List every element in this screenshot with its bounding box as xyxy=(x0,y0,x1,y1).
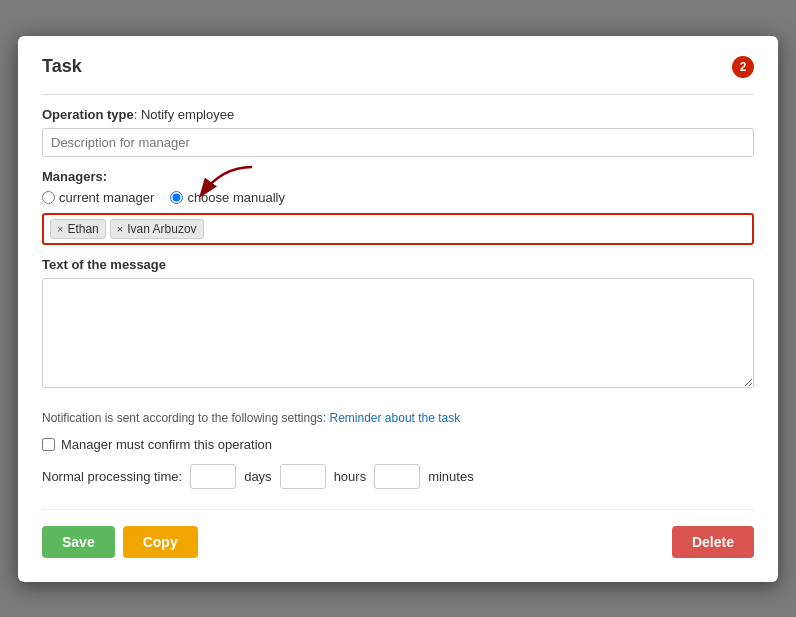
tag-ivan: × Ivan Arbuzov xyxy=(110,219,204,239)
footer-left: Save Copy xyxy=(42,526,198,558)
arrow-annotation xyxy=(182,162,262,205)
confirm-checkbox-row: Manager must confirm this operation xyxy=(42,437,754,452)
managers-radio-group: current manager choose manually xyxy=(42,190,754,205)
processing-row: Normal processing time: days hours minut… xyxy=(42,464,754,489)
tag-ethan-label: Ethan xyxy=(67,222,98,236)
notification-link[interactable]: Reminder about the task xyxy=(330,411,461,425)
confirm-checkbox[interactable] xyxy=(42,438,55,451)
managers-tag-input[interactable]: × Ethan × Ivan Arbuzov xyxy=(42,213,754,245)
message-section: Text of the message xyxy=(42,257,754,399)
operation-type-colon: : xyxy=(134,107,141,122)
current-manager-label: current manager xyxy=(59,190,154,205)
notification-text: Notification is sent according to the fo… xyxy=(42,411,326,425)
notification-row: Notification is sent according to the fo… xyxy=(42,411,754,425)
operation-type-value: Notify employee xyxy=(141,107,234,122)
save-button[interactable]: Save xyxy=(42,526,115,558)
header-divider xyxy=(42,94,754,95)
current-manager-radio[interactable] xyxy=(42,191,55,204)
minutes-label: minutes xyxy=(428,469,474,484)
current-manager-option: current manager xyxy=(42,190,154,205)
processing-label: Normal processing time: xyxy=(42,469,182,484)
notification-badge: 2 xyxy=(732,56,754,78)
tag-ethan-remove[interactable]: × xyxy=(57,223,63,235)
days-input[interactable] xyxy=(190,464,236,489)
modal-title: Task xyxy=(42,56,82,77)
copy-button[interactable]: Copy xyxy=(123,526,198,558)
tag-ivan-remove[interactable]: × xyxy=(117,223,123,235)
operation-type-label: Operation type xyxy=(42,107,134,122)
operation-type-row: Operation type: Notify employee xyxy=(42,107,754,157)
message-label: Text of the message xyxy=(42,257,754,272)
message-textarea[interactable] xyxy=(42,278,754,388)
footer-row: Save Copy Delete xyxy=(42,509,754,558)
days-label: days xyxy=(244,469,271,484)
managers-section: Managers: current manager choose manuall… xyxy=(42,169,754,245)
minutes-input[interactable] xyxy=(374,464,420,489)
task-modal: Task 2 Operation type: Notify employee M… xyxy=(18,36,778,582)
tag-ivan-label: Ivan Arbuzov xyxy=(127,222,196,236)
managers-label: Managers: xyxy=(42,169,754,184)
hours-input[interactable] xyxy=(280,464,326,489)
delete-button[interactable]: Delete xyxy=(672,526,754,558)
modal-header: Task 2 xyxy=(42,56,754,78)
tag-input-field[interactable] xyxy=(208,221,746,236)
description-input[interactable] xyxy=(42,128,754,157)
tag-ethan: × Ethan xyxy=(50,219,106,239)
confirm-checkbox-label: Manager must confirm this operation xyxy=(61,437,272,452)
hours-label: hours xyxy=(334,469,367,484)
